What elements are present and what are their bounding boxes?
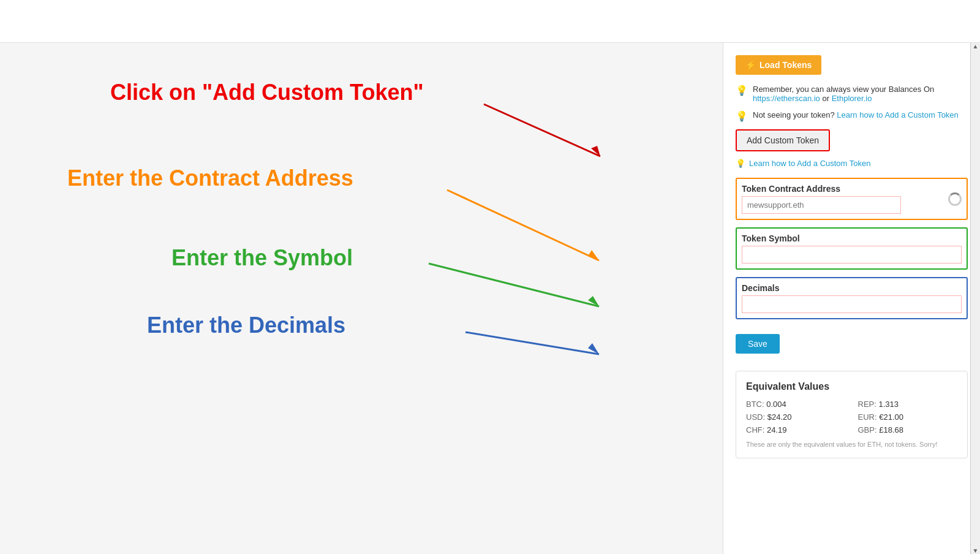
spinner-icon (948, 192, 962, 206)
decimals-label: Decimals (742, 283, 962, 293)
equiv-note: These are only the equivalent values for… (746, 441, 957, 448)
svg-line-0 (484, 104, 600, 156)
main-area: Click on "Add Custom Token" Enter the Co… (0, 43, 980, 554)
load-tokens-label: Load Tokens (760, 60, 812, 70)
symbol-section: Token Symbol (736, 227, 968, 270)
info1-text: Remember, you can always view your Balan… (753, 85, 968, 103)
scroll-down-arrow[interactable]: ▼ (971, 547, 980, 554)
annotation-orange: Enter the Contract Address (67, 165, 353, 191)
btc-label: BTC: (746, 400, 764, 409)
add-custom-token-button[interactable]: Add Custom Token (736, 129, 830, 151)
eur-row: EUR: €21.00 (858, 412, 958, 422)
rep-row: REP: 1.313 (858, 400, 958, 409)
rep-value: 1.313 (878, 400, 899, 409)
decimals-input[interactable] (742, 295, 962, 313)
info-row-1: 💡 Remember, you can always view your Bal… (736, 85, 968, 103)
learn-custom-token-link[interactable]: Learn how to Add a Custom Token (749, 159, 871, 168)
usd-label: USD: (746, 412, 765, 422)
scrollbar[interactable]: ▲ ▼ (970, 43, 980, 554)
annotation-red: Click on "Add Custom Token" (110, 80, 424, 105)
svg-marker-3 (588, 250, 599, 260)
lightning-icon: ⚡ (745, 60, 756, 70)
info2-text: Not seeing your token? Learn how to Add … (753, 110, 959, 120)
ethplorer-link[interactable]: Ethplorer.io (832, 94, 872, 103)
svg-marker-5 (588, 296, 599, 306)
decimals-box: Decimals (736, 277, 968, 319)
chf-row: CHF: 24.19 (746, 425, 846, 434)
svg-marker-7 (588, 343, 599, 354)
usd-row: USD: $24.20 (746, 412, 846, 422)
symbol-input[interactable] (742, 246, 962, 264)
usd-value: $24.20 (767, 412, 792, 422)
symbol-label: Token Symbol (742, 233, 962, 243)
contract-address-box: Token Contract Address (736, 178, 968, 220)
rep-label: REP: (858, 400, 876, 409)
chf-label: CHF: (746, 425, 764, 434)
info-row-2: 💡 Not seeing your token? Learn how to Ad… (736, 110, 968, 122)
top-bar (0, 0, 980, 43)
contract-label: Token Contract Address (742, 184, 944, 194)
left-panel: Click on "Add Custom Token" Enter the Co… (0, 43, 723, 554)
svg-line-6 (466, 332, 599, 354)
contract-address-input[interactable] (742, 196, 901, 214)
bulb-icon-1: 💡 (736, 85, 748, 96)
eur-label: EUR: (858, 412, 877, 422)
scroll-up-arrow[interactable]: ▲ (971, 43, 980, 50)
gbp-label: GBP: (858, 425, 877, 434)
svg-marker-1 (591, 146, 600, 156)
annotation-blue: Enter the Decimals (147, 313, 345, 338)
etherscan-link[interactable]: https://etherscan.io (753, 94, 820, 103)
bulb-icon-2: 💡 (736, 110, 748, 122)
symbol-box: Token Symbol (736, 227, 968, 270)
bulb-icon-3: 💡 (736, 159, 745, 168)
save-button[interactable]: Save (736, 334, 780, 354)
equivalent-values-section: Equivalent Values BTC: 0.004 REP: 1.313 … (736, 371, 968, 458)
contract-address-section: Token Contract Address (736, 178, 968, 220)
chf-value: 24.19 (767, 425, 787, 434)
equiv-grid: BTC: 0.004 REP: 1.313 USD: $24.20 EUR: €… (746, 400, 957, 434)
btc-value: 0.004 (766, 400, 786, 409)
right-panel[interactable]: ⚡ Load Tokens 💡 Remember, you can always… (723, 43, 980, 554)
gbp-row: GBP: £18.68 (858, 425, 958, 434)
svg-line-4 (429, 264, 599, 306)
learn-link-info[interactable]: Learn how to Add a Custom Token (837, 110, 959, 120)
annotation-green: Enter the Symbol (172, 245, 353, 271)
load-tokens-button[interactable]: ⚡ Load Tokens (736, 55, 821, 75)
decimals-section: Decimals (736, 277, 968, 319)
eur-value: €21.00 (879, 412, 903, 422)
arrows-svg (0, 43, 723, 554)
equiv-title: Equivalent Values (746, 381, 957, 392)
learn-link-row: 💡 Learn how to Add a Custom Token (736, 159, 968, 168)
svg-line-2 (447, 190, 599, 260)
gbp-value: £18.68 (879, 425, 903, 434)
btc-row: BTC: 0.004 (746, 400, 846, 409)
